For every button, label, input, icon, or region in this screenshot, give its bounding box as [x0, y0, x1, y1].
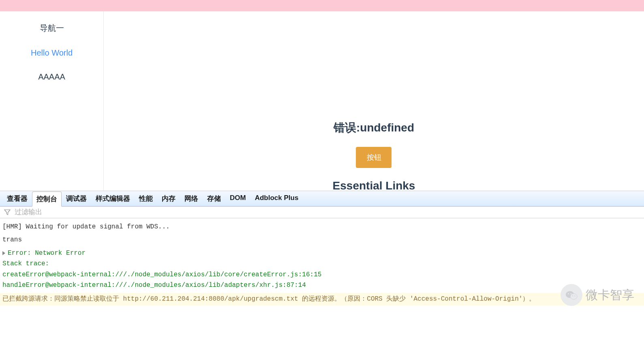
log-error-head[interactable]: Error: Network Error [0, 248, 644, 258]
tab-performance[interactable]: 性能 [135, 191, 157, 206]
log-cors-warning: 已拦截跨源请求：同源策略禁止读取位于 http://60.211.204.214… [0, 293, 644, 305]
sidebar-item-aaaaa[interactable]: AAAAA [0, 65, 103, 89]
action-button[interactable]: 按钮 [356, 147, 392, 168]
watermark: 微卡智享 [561, 284, 634, 306]
svg-point-4 [572, 295, 573, 296]
log-stack-label: Stack trace: [0, 258, 644, 269]
log-stack-2: handleError@webpack-internal:///./node_m… [0, 280, 644, 291]
watermark-text: 微卡智享 [586, 287, 634, 303]
tab-debugger[interactable]: 调试器 [62, 191, 91, 206]
console-filter-bar [0, 207, 644, 218]
log-stack-1: createError@webpack-internal:///./node_m… [0, 269, 644, 280]
console-output: [HMR] Waiting for update signal from WDS… [0, 218, 644, 306]
tab-style-editor[interactable]: 样式编辑器 [91, 191, 135, 206]
tab-storage[interactable]: 存储 [203, 191, 225, 206]
tab-console[interactable]: 控制台 [32, 192, 62, 207]
tab-inspector[interactable]: 查看器 [2, 191, 32, 206]
devtools-tabbar: 查看器 控制台 调试器 样式编辑器 性能 内存 网络 存储 DOM Adbloc… [0, 191, 644, 207]
tab-memory[interactable]: 内存 [157, 191, 180, 206]
svg-point-1 [570, 294, 577, 299]
svg-point-3 [571, 293, 572, 295]
filter-icon[interactable] [4, 209, 11, 215]
svg-point-5 [574, 295, 575, 296]
error-text: 错误:undefined [333, 120, 415, 136]
wechat-icon [561, 284, 582, 306]
sidebar: 导航一 Hello World AAAAA [0, 11, 104, 191]
svg-point-2 [568, 293, 569, 295]
app-layout: 导航一 Hello World AAAAA 错误:undefined 按钮 Es… [0, 11, 644, 191]
center-content: 错误:undefined 按钮 Essential Links [333, 120, 415, 192]
essential-links-heading: Essential Links [333, 179, 415, 192]
tab-network[interactable]: 网络 [180, 191, 203, 206]
sidebar-item-hello[interactable]: Hello World [0, 41, 103, 65]
tab-adblock[interactable]: Adblock Plus [250, 191, 303, 206]
log-trans: trans [0, 235, 644, 245]
top-bar [0, 0, 644, 11]
devtools-panel: 查看器 控制台 调试器 样式编辑器 性能 内存 网络 存储 DOM Adbloc… [0, 191, 644, 306]
main-content: 错误:undefined 按钮 Essential Links [104, 11, 644, 191]
log-error-text: Error: Network Error [8, 250, 86, 257]
log-hmr: [HMR] Waiting for update signal from WDS… [0, 222, 644, 232]
sidebar-item-nav1[interactable]: 导航一 [0, 15, 103, 41]
tab-dom[interactable]: DOM [225, 191, 250, 206]
console-filter-input[interactable] [15, 208, 136, 216]
disclosure-icon[interactable] [2, 251, 5, 255]
